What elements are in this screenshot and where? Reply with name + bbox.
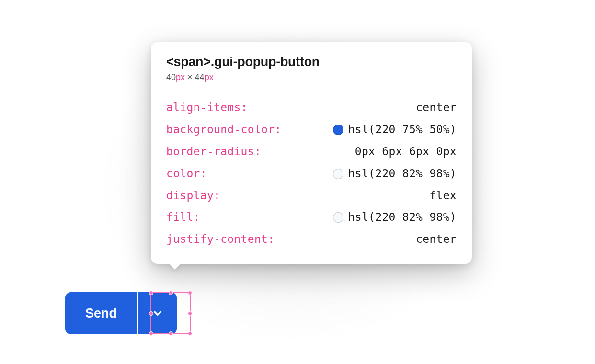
css-property-list: align-items: center background-color: hs… — [166, 97, 457, 250]
css-property-name: background-color: — [166, 123, 282, 137]
tooltip-dimensions: 40px × 44px — [166, 72, 457, 82]
css-property-name: color: — [166, 167, 207, 181]
css-property-row: background-color: hsl(220 75% 50%) — [166, 119, 457, 141]
css-property-row: display: flex — [166, 185, 457, 207]
tooltip-selector: <span>.gui-popup-button — [166, 55, 457, 69]
dim-width: 40 — [166, 72, 176, 82]
css-property-value: hsl(220 82% 98%) — [333, 167, 457, 181]
css-property-row: fill: hsl(220 82% 98%) — [166, 206, 457, 228]
chevron-down-icon — [151, 307, 164, 319]
css-property-value: 0px 6px 6px 0px — [355, 145, 457, 159]
color-swatch-icon — [333, 125, 343, 135]
resize-handle-icon[interactable] — [188, 291, 192, 295]
resize-handle-icon[interactable] — [188, 331, 192, 336]
css-property-row: justify-content: center — [166, 228, 457, 250]
send-button[interactable]: Send — [65, 292, 137, 334]
dim-width-unit: px — [176, 72, 185, 82]
css-property-name: align-items: — [166, 101, 248, 115]
color-swatch-icon — [333, 169, 343, 179]
css-property-row: color: hsl(220 82% 98%) — [166, 163, 457, 185]
css-property-name: justify-content: — [166, 232, 275, 247]
inspector-tooltip: <span>.gui-popup-button 40px × 44px alig… — [151, 42, 472, 264]
css-property-name: display: — [166, 189, 220, 203]
dim-height-unit: px — [205, 72, 214, 82]
dim-height: 44 — [195, 72, 205, 82]
css-property-row: align-items: center — [166, 97, 457, 119]
color-swatch-icon — [333, 212, 343, 223]
css-property-value: hsl(220 82% 98%) — [333, 210, 457, 225]
css-property-value: flex — [429, 189, 457, 203]
selector-class: .gui-popup-button — [211, 55, 320, 69]
css-property-value: center — [416, 232, 457, 247]
css-property-value: center — [416, 101, 457, 115]
split-button-group: Send — [65, 292, 177, 334]
css-property-value: hsl(220 75% 50%) — [333, 123, 457, 137]
css-property-row: border-radius: 0px 6px 6px 0px — [166, 141, 457, 163]
resize-handle-icon[interactable] — [188, 311, 192, 316]
css-property-name: fill: — [166, 210, 200, 225]
dim-times: × — [187, 72, 193, 82]
selector-tag: <span> — [166, 55, 211, 69]
css-property-name: border-radius: — [166, 145, 261, 159]
popup-dropdown-button[interactable] — [138, 292, 177, 334]
